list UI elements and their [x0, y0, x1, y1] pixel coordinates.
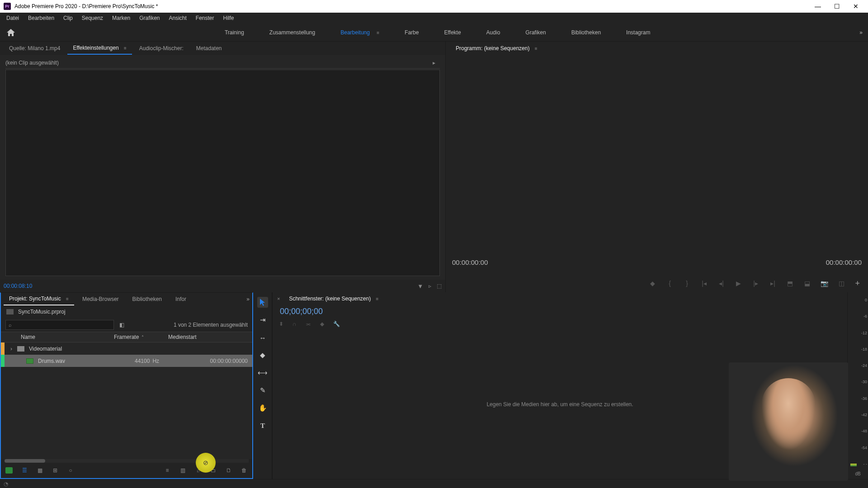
- export-frame-button[interactable]: 📷: [821, 280, 828, 287]
- workspace-menu-icon[interactable]: ≡: [377, 30, 379, 35]
- workspace-audio[interactable]: Audio: [483, 25, 504, 40]
- workspace-bibliotheken[interactable]: Bibliotheken: [568, 25, 604, 40]
- delete-button[interactable]: 🗑: [241, 467, 248, 474]
- expand-arrow-icon[interactable]: ▸: [433, 60, 435, 66]
- add-marker-button[interactable]: ◆: [649, 280, 656, 287]
- ripple-edit-tool[interactable]: ↔: [257, 332, 268, 343]
- workspace-bearbeitung[interactable]: Bearbeitung ≡: [337, 25, 383, 40]
- play-only-icon[interactable]: ▹: [429, 283, 431, 290]
- type-tool[interactable]: T: [257, 420, 268, 431]
- automate-to-sequence-button[interactable]: ▥: [179, 467, 186, 474]
- freeform-view-button[interactable]: ⊞: [52, 467, 59, 474]
- col-header-medienstart[interactable]: Medienstart: [168, 334, 252, 340]
- menu-sequenz[interactable]: Sequenz: [77, 13, 108, 23]
- panel-menu-icon[interactable]: ≡: [535, 46, 538, 51]
- workspace-training[interactable]: Training: [221, 25, 248, 40]
- nest-toggle-icon[interactable]: ⬍: [279, 321, 283, 327]
- tab-media-browser[interactable]: Media-Browser: [77, 293, 124, 305]
- panel-menu-icon[interactable]: ≡: [66, 296, 69, 301]
- tab-projekt[interactable]: Projekt: SyncToMusic ≡: [4, 293, 74, 305]
- go-to-in-button[interactable]: |◂: [700, 280, 708, 287]
- close-button[interactable]: ✕: [853, 3, 859, 9]
- selection-tool[interactable]: [257, 297, 268, 308]
- sort-icons-button[interactable]: ≡: [164, 467, 171, 474]
- tab-bibliotheken[interactable]: Bibliotheken: [127, 293, 167, 305]
- add-marker-icon[interactable]: ◆: [320, 321, 324, 327]
- go-to-out-button[interactable]: ▸|: [769, 280, 776, 287]
- menu-datei[interactable]: Datei: [2, 13, 24, 23]
- col-header-framerate[interactable]: Framerate ˄: [114, 334, 168, 340]
- menu-bearbeiten[interactable]: Bearbeiten: [24, 13, 59, 23]
- label-chip[interactable]: [1, 343, 5, 355]
- label-chip[interactable]: [1, 355, 5, 367]
- timeline-timecode[interactable]: 00;00;00;00: [273, 305, 847, 318]
- lift-button[interactable]: ⬒: [786, 280, 793, 287]
- selection-status: 1 von 2 Elementen ausgewählt: [174, 322, 248, 328]
- razor-tool[interactable]: ◆: [257, 350, 268, 361]
- menu-fenster[interactable]: Fenster: [191, 13, 219, 23]
- minimize-button[interactable]: —: [815, 3, 821, 9]
- tab-programm[interactable]: Programm: (keine Sequenzen) ≡: [450, 42, 543, 54]
- close-tab-icon[interactable]: ×: [277, 296, 280, 301]
- slip-tool[interactable]: ⟷: [257, 367, 268, 378]
- pen-tool[interactable]: ✎: [257, 385, 268, 396]
- icon-view-button[interactable]: ▦: [36, 467, 43, 474]
- tab-info[interactable]: Infor: [170, 293, 192, 305]
- workspace-overflow-button[interactable]: »: [859, 29, 863, 36]
- create-search-bin-icon[interactable]: ◧: [119, 322, 124, 328]
- find-button[interactable]: ⌕: [194, 467, 202, 474]
- menu-clip[interactable]: Clip: [59, 13, 77, 23]
- write-toggle-icon[interactable]: [5, 467, 13, 474]
- tab-metadaten[interactable]: Metadaten: [191, 42, 227, 54]
- play-button[interactable]: ▶: [735, 280, 742, 287]
- new-item-button[interactable]: 🗋: [225, 467, 232, 474]
- project-list-body[interactable]: › Videomaterial Drums.wav 44100 Hz: [1, 343, 252, 459]
- tab-schnittfenster[interactable]: Schnittfenster: (keine Sequenzen) ≡: [283, 293, 384, 305]
- home-button[interactable]: [5, 27, 16, 38]
- scrollbar-thumb[interactable]: [5, 459, 45, 463]
- snap-toggle-icon[interactable]: ∩: [292, 321, 297, 327]
- step-forward-button[interactable]: |▸: [752, 280, 759, 287]
- maximize-button[interactable]: ☐: [834, 3, 840, 9]
- mark-in-button[interactable]: {: [666, 280, 673, 287]
- program-timecode-left[interactable]: 00:00:00:00: [452, 258, 488, 266]
- menu-hilfe[interactable]: Hilfe: [219, 13, 239, 23]
- workspace-effekte[interactable]: Effekte: [440, 25, 464, 40]
- export-frame-icon[interactable]: ⬚: [437, 283, 442, 290]
- workspace-grafiken[interactable]: Grafiken: [522, 25, 549, 40]
- search-field[interactable]: [12, 322, 111, 328]
- project-search-input[interactable]: ⌕: [5, 320, 114, 330]
- tab-quelle[interactable]: Quelle: Milano 1.mp4: [4, 42, 66, 54]
- mark-out-button[interactable]: }: [683, 280, 690, 287]
- workspace-zusammenstellung[interactable]: Zusammenstellung: [266, 25, 319, 40]
- track-select-tool[interactable]: ⇥: [257, 314, 268, 325]
- menu-grafiken[interactable]: Grafiken: [135, 13, 164, 23]
- workspace-farbe[interactable]: Farbe: [401, 25, 422, 40]
- step-back-button[interactable]: ◂|: [717, 280, 725, 287]
- twirl-icon[interactable]: ›: [8, 346, 14, 352]
- project-row-folder[interactable]: › Videomaterial: [1, 343, 252, 355]
- comparison-view-button[interactable]: ◫: [838, 280, 845, 287]
- zoom-slider-icon[interactable]: ○: [67, 467, 74, 474]
- panel-menu-icon[interactable]: ≡: [376, 296, 379, 301]
- timeline-settings-icon[interactable]: 🔧: [333, 321, 340, 327]
- new-bin-button[interactable]: 🗀: [210, 467, 217, 474]
- project-row-audio[interactable]: Drums.wav 44100 Hz 00:00:00:00000: [1, 355, 252, 367]
- linked-selection-icon[interactable]: ⫘: [306, 321, 311, 327]
- project-tabs-overflow[interactable]: »: [246, 296, 250, 302]
- hand-tool[interactable]: ✋: [257, 403, 268, 413]
- tab-audioclip-mischer[interactable]: Audioclip-Mischer:: [134, 42, 189, 54]
- extract-button[interactable]: ⬓: [803, 280, 811, 287]
- col-header-name[interactable]: Name: [1, 334, 114, 340]
- source-timecode[interactable]: 00:00:08:10: [4, 283, 32, 289]
- project-h-scrollbar[interactable]: [5, 459, 249, 463]
- filter-icon[interactable]: ▼: [417, 283, 423, 290]
- menu-ansicht[interactable]: Ansicht: [164, 13, 191, 23]
- search-icon: ⌕: [9, 322, 12, 328]
- workspace-instagram[interactable]: Instagram: [623, 25, 654, 40]
- button-editor-add[interactable]: +: [855, 279, 860, 288]
- panel-menu-icon[interactable]: ≡: [124, 46, 127, 51]
- menu-marken[interactable]: Marken: [108, 13, 135, 23]
- tab-effekteinstellungen[interactable]: Effekteinstellungen ≡: [67, 42, 132, 55]
- list-view-button[interactable]: ☰: [21, 467, 28, 474]
